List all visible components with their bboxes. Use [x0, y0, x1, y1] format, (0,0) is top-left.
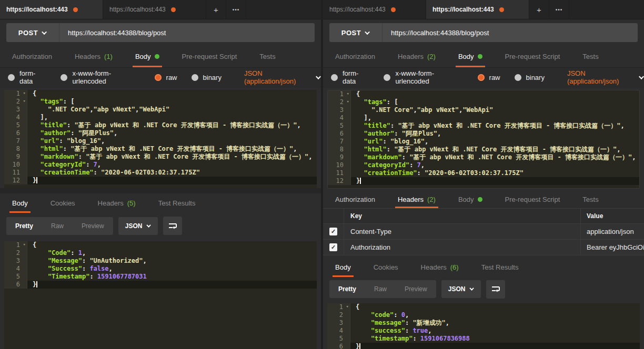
tab-body[interactable]: Body — [134, 46, 161, 67]
content-type-dropdown[interactable]: JSON (application/json) — [244, 69, 321, 85]
fold-arrow-icon[interactable]: ▾ — [347, 90, 349, 98]
fold-arrow-icon[interactable]: ▾ — [346, 303, 349, 311]
line-number: 10 — [328, 161, 351, 169]
more-tabs-icon[interactable]: ••• — [549, 0, 569, 19]
left-window-tabbar: https://localhost:443 https://localhost:… — [0, 0, 321, 19]
method-dropdown[interactable]: POST — [329, 23, 382, 42]
line-number: 5 — [328, 122, 351, 130]
line-number: 4 — [327, 327, 350, 335]
tab-tests[interactable]: Tests — [258, 46, 277, 67]
tab-authorization[interactable]: Authorization — [11, 46, 54, 67]
checkbox-checked-icon[interactable]: ✓ — [329, 228, 337, 235]
tab-label: Authorization — [335, 196, 375, 203]
tab-test-results[interactable]: Test Results — [480, 258, 520, 277]
response-body-viewer[interactable]: 1▾{2 "code": 0,3 "message": "新增成功",4 "su… — [327, 303, 640, 349]
radio-binary[interactable]: binary — [192, 74, 222, 81]
code-text: "url": "blog_16", — [351, 138, 639, 146]
tab-label: Cookies — [51, 199, 75, 207]
tab-test-results[interactable]: Test Results — [157, 193, 197, 213]
tab-response-headers[interactable]: Headers (6) — [419, 258, 460, 277]
radio-label: binary — [203, 74, 222, 81]
fold-arrow-icon[interactable]: ▾ — [347, 98, 349, 106]
code-line: 4 "success": true, — [327, 327, 640, 335]
tab-pre-request-script[interactable]: Pre-request Script — [504, 190, 562, 208]
content-type-dropdown[interactable]: JSON (application/json) — [567, 69, 644, 85]
request-tab-1[interactable]: https://localhost:443 — [0, 0, 103, 19]
view-preview[interactable]: Preview — [396, 280, 436, 298]
checkbox-checked-icon[interactable]: ✓ — [329, 243, 337, 251]
more-tabs-icon[interactable]: ••• — [226, 0, 246, 19]
request-tab-2[interactable]: https://localhost:443 — [103, 0, 206, 19]
code-text: "author": "阿星Plus", — [351, 130, 639, 138]
radio-x-www-form-urlencoded[interactable]: x-www-form-urlencoded — [61, 69, 140, 85]
tab-body[interactable]: Body — [457, 46, 484, 67]
request-tab-2[interactable]: https://localhost:443 — [426, 0, 529, 19]
fold-arrow-icon[interactable]: ▾ — [23, 241, 26, 249]
tab-response-body[interactable]: Body — [11, 193, 29, 213]
add-tab-icon[interactable]: + — [529, 0, 549, 19]
response-format-dropdown[interactable]: JSON — [441, 280, 481, 298]
tab-label: Test Results — [481, 263, 519, 271]
view-raw[interactable]: Raw — [42, 217, 73, 235]
tab-pre-request-script[interactable]: Pre-request Script — [180, 46, 239, 67]
code-text: "tags": [ — [351, 98, 639, 106]
radio-form-data[interactable]: form-data — [8, 69, 46, 85]
view-pretty[interactable]: Pretty — [6, 217, 42, 235]
tab-response-body[interactable]: Body — [334, 258, 353, 277]
radio-selected-icon — [478, 74, 485, 81]
view-raw[interactable]: Raw — [365, 280, 396, 298]
view-preview[interactable]: Preview — [73, 217, 113, 235]
tab-response-headers[interactable]: Headers (5) — [96, 193, 137, 213]
tab-tests[interactable]: Tests — [581, 46, 600, 67]
url-input[interactable]: https://localhost:44388/blog/post — [59, 23, 315, 42]
tab-authorization[interactable]: Authorization — [334, 190, 377, 208]
tab-headers[interactable]: Headers (1) — [73, 46, 114, 67]
response-body-viewer[interactable]: 1▾{2 "Code": 1,3 "Message": "UnAuthorize… — [4, 241, 317, 349]
view-pretty[interactable]: Pretty — [329, 280, 365, 298]
tab-response-cookies[interactable]: Cookies — [49, 193, 77, 213]
wrap-text-button[interactable] — [163, 217, 182, 235]
tab-tests[interactable]: Tests — [581, 190, 600, 208]
url-input[interactable]: https://localhost:44388/blog/post — [382, 23, 638, 42]
tab-label: Authorization — [335, 53, 375, 60]
tab-response-cookies[interactable]: Cookies — [372, 258, 400, 277]
header-value-cell[interactable]: application/json — [580, 224, 644, 239]
tab-pre-request-script[interactable]: Pre-request Script — [504, 46, 562, 67]
request-body-editor[interactable]: 1▾{2▾ "tags": [3 ".NET Core","abp vNext"… — [327, 90, 640, 189]
line-number: 2▾ — [4, 98, 27, 106]
add-tab-icon[interactable]: + — [206, 0, 226, 19]
text-cursor — [360, 178, 361, 184]
radio-x-www-form-urlencoded[interactable]: x-www-form-urlencoded — [384, 69, 463, 85]
radio-form-data[interactable]: form-data — [331, 69, 369, 85]
right-window: https://localhost:443 https://localhost:… — [323, 0, 644, 349]
radio-raw[interactable]: raw — [155, 74, 177, 81]
line-number: 9 — [328, 153, 351, 161]
request-body-editor[interactable]: 1▾{2▾ "tags": [3 ".NET Core","abp vNext"… — [4, 90, 317, 188]
tab-body[interactable]: Body — [457, 190, 484, 208]
fold-arrow-icon[interactable]: ▾ — [23, 97, 26, 105]
code-text: "markdown": "基于 abp vNext 和 .NET Core 开发… — [27, 153, 317, 161]
checkbox-cell: ✓ — [323, 240, 344, 255]
code-text: "message": "新增成功", — [350, 319, 640, 327]
code-text: { — [351, 90, 639, 98]
fold-arrow-icon[interactable]: ▾ — [23, 90, 26, 97]
request-tab-1[interactable]: https://localhost:443 — [323, 0, 426, 19]
response-format-dropdown[interactable]: JSON — [118, 217, 158, 235]
method-dropdown[interactable]: POST — [6, 23, 59, 42]
tab-headers[interactable]: Headers (2) — [396, 190, 437, 208]
code-line: 8 "html": "基于 abp vNext 和 .NET Core 开发博客… — [4, 145, 317, 153]
tab-authorization[interactable]: Authorization — [334, 46, 377, 67]
header-value-cell[interactable]: Bearer eyJhbGciOiJIUz — [580, 240, 644, 255]
code-text: "success": true, — [350, 327, 640, 335]
wrap-text-button[interactable] — [486, 280, 505, 299]
header-key-cell[interactable]: Authorization — [344, 240, 580, 255]
radio-raw[interactable]: raw — [478, 74, 500, 81]
line-number: 5 — [4, 121, 27, 129]
url-bar: POST https://localhost:44388/blog/post — [6, 23, 315, 42]
radio-label: binary — [526, 74, 545, 81]
chevron-down-icon — [147, 223, 151, 227]
header-key-cell[interactable]: Content-Type — [344, 224, 580, 239]
radio-binary[interactable]: binary — [515, 74, 545, 81]
tab-headers[interactable]: Headers (2) — [396, 46, 437, 67]
pane-separator[interactable] — [0, 188, 321, 193]
